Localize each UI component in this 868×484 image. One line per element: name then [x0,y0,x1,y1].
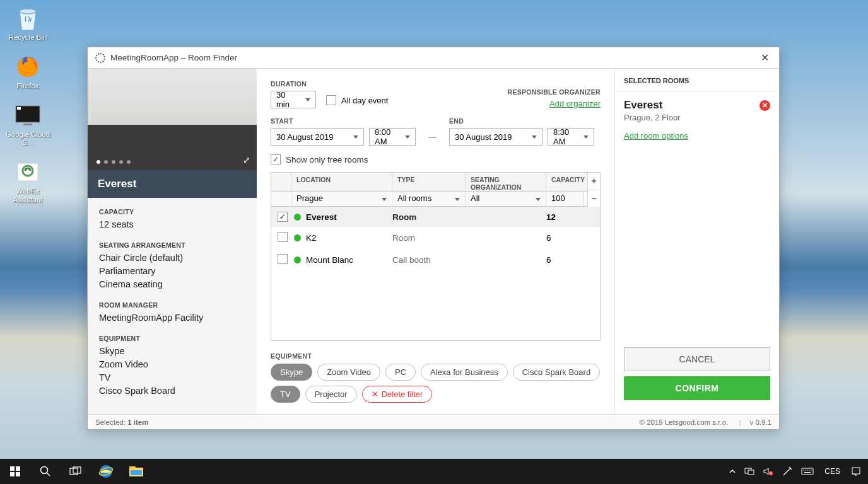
room-image[interactable]: ⤢ [88,69,257,170]
tray-keyboard-icon[interactable] [797,459,818,484]
svg-point-11 [41,467,48,474]
titlebar[interactable]: MeetingRoomApp – Room Finder ✕ [88,47,779,69]
duration-select[interactable]: 30 min [271,91,316,108]
manager-heading: ROOM MANAGER [99,301,245,309]
free-rooms-label: Show only free rooms [286,155,368,164]
table-column-buttons: + − [587,173,600,207]
equipment-heading: EQUIPMENT [99,335,245,342]
tray-notifications-icon[interactable] [847,459,865,484]
equip-pill-alexa[interactable]: Alexa for Business [421,364,508,381]
seating-value-0: Chair Circle (default) [99,251,245,265]
table-row[interactable]: K2 Room 6 [271,227,600,249]
system-tray: CES [725,459,868,484]
svg-point-26 [806,470,806,470]
start-label: START [271,117,416,125]
free-rooms-checkbox[interactable] [271,154,281,164]
equip-pill-zoom[interactable]: Zoom Video [317,364,380,381]
taskview-button[interactable] [61,459,91,484]
filter-seating[interactable]: All [466,192,546,206]
close-button[interactable]: ✕ [750,47,779,68]
svg-point-29 [811,470,812,470]
cancel-button[interactable]: CANCEL [624,347,770,371]
start-time-input[interactable]: 8:00 AM [369,128,416,146]
add-room-options-link[interactable]: Add room options [624,131,688,141]
status-selected: Selected: 1 item [95,418,148,426]
carousel-dots[interactable] [97,160,131,164]
equipment-value-0: Skype [99,345,245,358]
manager-value: MeetingRoomApp Facility [99,311,245,325]
selected-room-name: Everest [624,99,770,112]
seating-heading: SEATING ARRANGEMENT [99,241,245,249]
filter-location[interactable]: Prague [291,192,392,206]
add-organizer-link[interactable]: Add organizer [549,99,601,108]
remove-room-button[interactable]: ✕ [760,100,770,111]
filter-capacity[interactable]: 100 [546,192,584,206]
equipment-value-3: Cisco Spark Board [99,384,245,398]
end-time-input[interactable]: 8:30 AM [548,128,594,146]
table-row[interactable]: Mount Blanc Call booth 6 [271,249,600,271]
col-capacity[interactable]: CAPACITY [546,173,584,191]
svg-point-0 [20,9,36,14]
room-title: Everest [88,170,257,198]
tray-language[interactable]: CES [818,459,847,484]
remove-column-button[interactable]: − [588,190,600,207]
x-icon: ✕ [372,389,378,399]
selected-rooms-header: SELECTED ROOMS [615,69,779,91]
equip-pill-skype[interactable]: Skype [271,364,312,381]
tray-volume-icon[interactable] [759,459,778,484]
desktop-icon-google-cloud[interactable]: Google Cloud S... [5,102,50,148]
table-row[interactable]: Everest Room 12 [271,207,600,227]
taskbar-ie[interactable] [91,459,121,484]
svg-rect-21 [748,470,754,475]
desktop-icon-recycle-bin[interactable]: Recycle Bin [5,5,50,42]
tray-chevron-icon[interactable] [725,459,740,484]
filter-type[interactable]: All rooms [392,192,466,206]
svg-rect-19 [131,470,142,475]
confirm-button[interactable]: CONFIRM [624,376,770,400]
expand-image-icon[interactable]: ⤢ [243,155,250,165]
col-seating[interactable]: SEATING ORGANIZATION [466,173,546,191]
desktop-icon-webex[interactable]: WebEx Assistant [5,159,50,205]
delete-filter-button[interactable]: ✕Delete filter [362,386,433,403]
capacity-value: 12 seats [99,218,245,231]
taskbar: CES [0,459,868,484]
allday-label: All day event [341,96,388,105]
app-window: MeetingRoomApp – Room Finder ✕ ⤢ Everest… [87,47,780,430]
end-label: END [449,117,594,125]
seating-value-1: Parliamentary [99,265,245,278]
tray-pen-icon[interactable] [778,459,797,484]
duration-label: DURATION [271,80,316,88]
col-type[interactable]: TYPE [392,173,466,191]
tray-network-icon[interactable] [740,459,759,484]
status-indicator-icon [294,214,301,221]
room-checkbox[interactable] [278,232,288,242]
room-checkbox[interactable] [278,254,288,264]
right-panel: SELECTED ROOMS Everest Prague, 2 Floor ✕… [615,69,779,414]
taskbar-explorer[interactable] [121,459,151,484]
desktop-icons: Recycle Bin Firefox Google Cloud S... We… [5,5,50,216]
svg-rect-7 [10,466,15,471]
table-rows[interactable]: Everest Room 12 K2 Room 6 Mount [271,207,600,340]
capacity-heading: CAPACITY [99,208,245,216]
equipment-pills: Skype Zoom Video PC Alexa for Business C… [271,364,601,403]
left-panel: ⤢ Everest CAPACITY 12 seats SEATING ARRA… [88,69,257,414]
equip-pill-cisco[interactable]: Cisco Spark Board [513,364,600,381]
end-date-input[interactable]: 30 August 2019 [449,128,542,146]
col-location[interactable]: LOCATION [291,173,392,191]
equip-pill-projector[interactable]: Projector [305,386,357,403]
start-date-input[interactable]: 30 August 2019 [271,128,364,146]
center-panel: DURATION 30 min All day event RESPONSIBL… [257,69,615,414]
allday-checkbox[interactable] [326,95,336,105]
svg-rect-9 [10,472,15,476]
search-button[interactable] [30,459,61,484]
desktop-icon-firefox[interactable]: Firefox [5,54,50,91]
window-title: MeetingRoomApp – Room Finder [110,53,237,62]
statusbar: Selected: 1 item © 2019 Letsgood.com s.r… [88,414,779,429]
equip-pill-pc[interactable]: PC [385,364,416,381]
room-checkbox[interactable] [278,212,288,222]
equip-pill-tv[interactable]: TV [271,386,300,403]
recycle-bin-icon [15,5,41,32]
equipment-value-1: Zoom Video [99,358,245,371]
add-column-button[interactable]: + [588,173,600,190]
start-button[interactable] [0,459,30,484]
